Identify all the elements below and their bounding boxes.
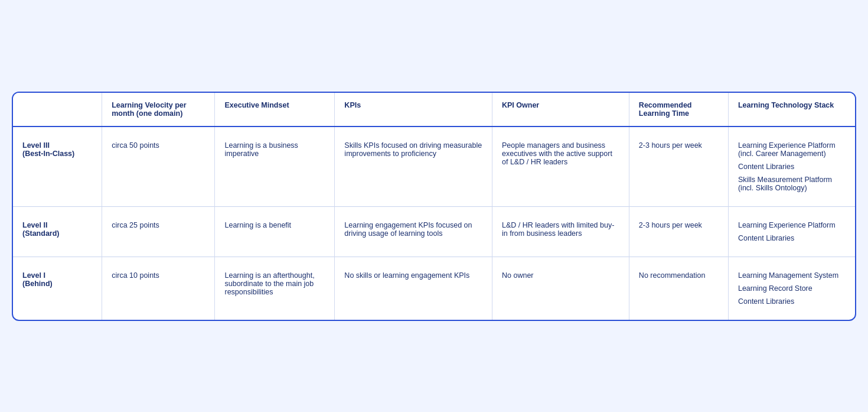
cell-rec-time: No recommendation <box>629 257 728 320</box>
table-row: Level I(Behind)circa 10 pointsLearning i… <box>13 257 855 320</box>
cell-kpi-owner: People managers and business executives … <box>492 126 629 207</box>
cell-rec-time: 2-3 hours per week <box>629 206 728 257</box>
cell-tech-stack: Learning Experience Platform (incl. Care… <box>728 126 855 207</box>
table-row: Level II(Standard)circa 25 pointsLearnin… <box>13 206 855 257</box>
header-tech-stack: Learning Technology Stack <box>728 93 855 126</box>
level-label: Level II(Standard) <box>22 221 60 238</box>
table-header-row: Learning Velocity per month (one domain)… <box>13 93 855 126</box>
table-row: Level III(Best-In-Class)circa 50 pointsL… <box>13 126 855 207</box>
tech-stack-item: Learning Record Store <box>738 284 846 293</box>
header-velocity: Learning Velocity per month (one domain) <box>102 93 215 126</box>
header-mindset: Executive Mindset <box>215 93 335 126</box>
cell-kpis: Learning engagement KPIs focused on driv… <box>335 206 492 257</box>
cell-velocity: circa 25 points <box>102 206 215 257</box>
cell-kpis: No skills or learning engagement KPIs <box>335 257 492 320</box>
comparison-table: Learning Velocity per month (one domain)… <box>13 93 855 320</box>
main-table-wrapper: Learning Velocity per month (one domain)… <box>12 92 856 321</box>
tech-stack-item: Learning Management System <box>738 271 846 280</box>
tech-stack-item: Content Libraries <box>738 234 846 242</box>
tech-stack-item: Content Libraries <box>738 297 846 306</box>
cell-tech-stack: Learning Management SystemLearning Recor… <box>728 257 855 320</box>
cell-rec-time: 2-3 hours per week <box>629 126 728 207</box>
tech-stack-item: Content Libraries <box>738 163 846 171</box>
cell-kpi-owner: L&D / HR leaders with limited buy-in fro… <box>492 206 629 257</box>
cell-level: Level II(Standard) <box>13 206 102 257</box>
header-level <box>13 93 102 126</box>
cell-velocity: circa 50 points <box>102 126 215 207</box>
tech-stack-item: Learning Experience Platform <box>738 221 846 229</box>
cell-velocity: circa 10 points <box>102 257 215 320</box>
header-rec-time: Recommended Learning Time <box>629 93 728 126</box>
cell-tech-stack: Learning Experience PlatformContent Libr… <box>728 206 855 257</box>
cell-level: Level I(Behind) <box>13 257 102 320</box>
level-label: Level III(Best-In-Class) <box>22 141 74 158</box>
cell-mindset: Learning is a business imperative <box>215 126 335 207</box>
header-kpi-owner: KPI Owner <box>492 93 629 126</box>
tech-stack-item: Learning Experience Platform (incl. Care… <box>738 141 846 158</box>
cell-kpis: Skills KPIs focused on driving measurabl… <box>335 126 492 207</box>
cell-level: Level III(Best-In-Class) <box>13 126 102 207</box>
level-label: Level I(Behind) <box>22 271 53 288</box>
cell-mindset: Learning is a benefit <box>215 206 335 257</box>
header-kpis: KPIs <box>335 93 492 126</box>
tech-stack-item: Skills Measurement Platform (incl. Skill… <box>738 176 846 192</box>
cell-kpi-owner: No owner <box>492 257 629 320</box>
cell-mindset: Learning is an afterthought, subordinate… <box>215 257 335 320</box>
